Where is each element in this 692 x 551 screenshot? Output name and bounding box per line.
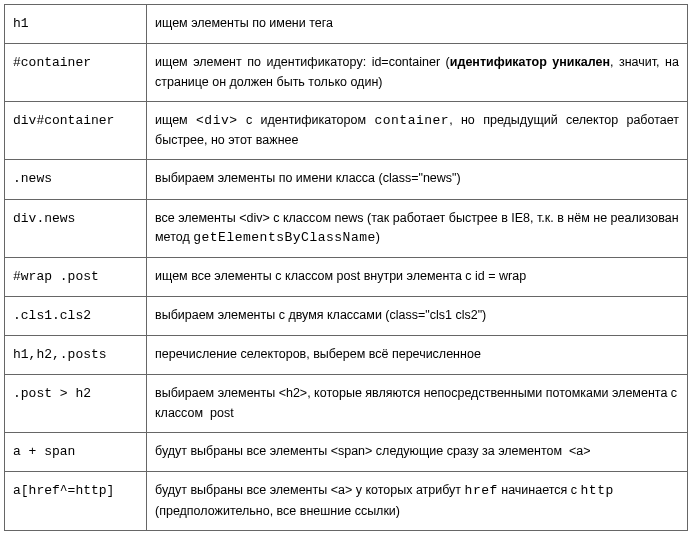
selector-cell: .post > h2: [5, 375, 147, 433]
description-cell: ищем все элементы с классом post внутри …: [147, 258, 688, 297]
table-row: a + spanбудут выбраны все элементы <span…: [5, 433, 688, 472]
table-row: #wrap .postищем все элементы с классом p…: [5, 258, 688, 297]
table-row: h1,h2,.postsперечисление селекторов, выб…: [5, 336, 688, 375]
selector-cell: div.news: [5, 199, 147, 258]
table-row: div.newsвсе элементы <div> с классом new…: [5, 199, 688, 258]
table-row: #containerищем элемент по идентификатору…: [5, 44, 688, 102]
table-row: div#containerищем <div> с идентификаторо…: [5, 101, 688, 160]
selector-cell: a + span: [5, 433, 147, 472]
selector-cell: a[href^=http]: [5, 472, 147, 531]
selector-cell: #container: [5, 44, 147, 102]
selector-cell: div#container: [5, 101, 147, 160]
selector-cell: h1,h2,.posts: [5, 336, 147, 375]
table-row: a[href^=http]будут выбраны все элементы …: [5, 472, 688, 531]
description-cell: ищем элемент по идентификатору: id=conta…: [147, 44, 688, 102]
description-cell: ищем элементы по имени тега: [147, 5, 688, 44]
selector-cell: h1: [5, 5, 147, 44]
description-cell: будут выбраны все элементы <a> у которых…: [147, 472, 688, 531]
description-cell: будут выбраны все элементы <span> следую…: [147, 433, 688, 472]
description-cell: ищем <div> с идентификатором container, …: [147, 101, 688, 160]
table-row: .cls1.cls2выбираем элементы с двумя клас…: [5, 297, 688, 336]
selector-cell: .cls1.cls2: [5, 297, 147, 336]
selector-cell: #wrap .post: [5, 258, 147, 297]
table-row: .newsвыбираем элементы по имени класса (…: [5, 160, 688, 199]
description-cell: все элементы <div> с классом news (так р…: [147, 199, 688, 258]
selectors-table: h1ищем элементы по имени тега#containerи…: [4, 4, 688, 531]
selector-cell: .news: [5, 160, 147, 199]
description-cell: выбираем элементы по имени класса (class…: [147, 160, 688, 199]
table-row: .post > h2выбираем элементы <h2>, которы…: [5, 375, 688, 433]
description-cell: выбираем элементы <h2>, которые являются…: [147, 375, 688, 433]
description-cell: перечисление селекторов, выберем всё пер…: [147, 336, 688, 375]
table-row: h1ищем элементы по имени тега: [5, 5, 688, 44]
description-cell: выбираем элементы с двумя классами (clas…: [147, 297, 688, 336]
